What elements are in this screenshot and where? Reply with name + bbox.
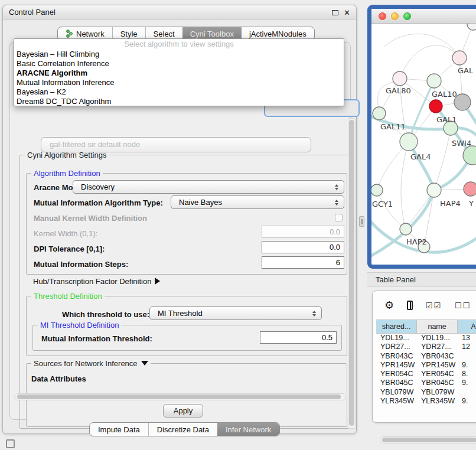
spinner-arrows-icon	[335, 200, 338, 206]
float-panel-icon[interactable]	[332, 10, 338, 15]
settings-horizontal-scrollbar[interactable]	[14, 393, 346, 400]
mi-type-label: Mutual Information Algorithm Type:	[34, 198, 163, 207]
table-row[interactable]: YPR145WYPR145W9.	[376, 361, 476, 370]
node-hap4[interactable]	[427, 183, 441, 197]
zoom-window-icon[interactable]	[403, 12, 411, 20]
data-table-combo[interactable]: gal-filtered sir default node	[41, 137, 311, 152]
columns-icon[interactable]	[407, 301, 413, 310]
node-gal1[interactable]	[429, 100, 442, 113]
node-label: GAL	[458, 66, 474, 75]
table-row[interactable]: YLR345WYLR345W9.	[376, 397, 476, 406]
mi-algorithm-type-combo[interactable]: Naive Bayes	[171, 195, 344, 209]
expand-icon	[155, 278, 160, 285]
close-window-icon[interactable]	[379, 12, 386, 20]
node-gcy1[interactable]	[371, 184, 383, 196]
spinner-arrows-icon	[312, 311, 316, 317]
table-row[interactable]: YDR27...YDR27...12	[376, 343, 476, 351]
mi-steps-input[interactable]	[262, 256, 344, 269]
network-window-titlebar	[371, 9, 476, 24]
panel-splitter[interactable]	[359, 216, 364, 227]
cyni-algorithm-settings-group: Cyni Algorithm Settings Algorithm Defini…	[19, 155, 354, 429]
table-row[interactable]: YBR045CYBR045C9.	[376, 379, 476, 387]
algorithm-option[interactable]: Bayesian – Hill Climbing	[14, 50, 344, 59]
column-header[interactable]: A	[458, 320, 476, 333]
node-label: GAL1	[436, 115, 457, 124]
group-title: MI Threshold Definition	[38, 321, 121, 330]
kernel-width-label: Kernel Width (0,1):	[34, 229, 97, 238]
table-panel-titlebar: Table Panel	[367, 272, 476, 287]
mi-steps-label: Mutual Information Steps:	[34, 260, 128, 269]
tab-infer-network[interactable]: Infer Network	[217, 423, 279, 436]
close-panel-icon[interactable]: ✕	[344, 9, 350, 17]
node-label: GAL80	[386, 86, 411, 95]
select-all-checks-icon[interactable]: ☑☑	[426, 301, 442, 310]
node-label: GCY1	[372, 200, 393, 208]
node-table: shared... name A YDL19...YDL19...13 YDR2…	[376, 319, 476, 406]
table-panel-window: ⚙ ☑☑ ☐☐ shared... name A YDL19...YDL19..…	[372, 291, 476, 423]
table-toolbar: ⚙ ☑☑ ☐☐	[373, 291, 476, 319]
table-row[interactable]: YBR043CYBR043C	[376, 352, 476, 361]
network-canvas[interactable]: GAL GAL80 GAL10 GAL1 GAL11 SWI4 GAL4 GCY…	[371, 24, 476, 265]
kernel-width-input[interactable]	[262, 226, 344, 238]
control-panel-window: Control Panel ✕ Network Style Select Cyn…	[2, 5, 357, 434]
column-header[interactable]: name	[417, 320, 458, 333]
algorithm-option[interactable]: Basic Correlation Inference	[14, 59, 344, 69]
table-header: shared... name A	[376, 319, 476, 334]
hub-definition-toggle[interactable]: Hub/Transcription Factor Definition	[33, 277, 160, 286]
mi-threshold-label: Mutual Information Threshold:	[41, 334, 152, 343]
spinner-arrows-icon	[335, 184, 338, 190]
which-threshold-combo[interactable]: MI Threshold	[149, 306, 322, 320]
algorithm-dropdown-popup: Select algorithm to view settings Bayesi…	[14, 38, 344, 106]
data-attributes-label: Data Attributes	[31, 374, 86, 383]
cyni-bottom-tabs: Impute Data Discretize Data Infer Networ…	[89, 422, 280, 436]
node[interactable]	[464, 182, 476, 196]
apply-button[interactable]: Apply	[163, 404, 203, 418]
tab-discretize-data[interactable]: Discretize Data	[148, 423, 217, 436]
dropdown-placeholder: Select algorithm to view settings	[14, 39, 344, 50]
table-horizontal-scrollbar[interactable]	[380, 436, 476, 444]
node-gal11[interactable]	[373, 107, 386, 120]
network-view-window: GAL GAL80 GAL10 GAL1 GAL11 SWI4 GAL4 GCY…	[367, 5, 476, 269]
column-header[interactable]: shared...	[376, 320, 417, 333]
tab-impute-data[interactable]: Impute Data	[90, 423, 148, 436]
threshold-definition-group: Threshold Definition Which threshold to …	[26, 296, 347, 356]
node-gal10[interactable]	[427, 74, 441, 88]
panel-title: Control Panel	[9, 8, 56, 17]
algorithm-option[interactable]: Dream8 DC_TDC Algorithm	[14, 97, 344, 106]
node-label: GAL10	[432, 90, 457, 99]
algorithm-option[interactable]: Mutual Information Inference	[14, 78, 344, 87]
minimize-window-icon[interactable]	[391, 12, 399, 20]
mi-threshold-definition-group: MI Threshold Definition Mutual Informati…	[32, 325, 342, 351]
algorithm-definition-group: Algorithm Definition Aracne Mode: Discov…	[26, 173, 347, 275]
gear-icon[interactable]: ⚙	[384, 300, 394, 311]
table-row[interactable]: YIL052CYIL052C9	[376, 406, 476, 406]
corner-grip[interactable]	[6, 439, 15, 448]
network-icon	[66, 30, 73, 38]
manual-kernel-checkbox[interactable]	[335, 214, 343, 221]
algorithm-option-selected[interactable]: ARACNE Algorithm	[14, 69, 344, 78]
settings-vertical-scrollbar[interactable]	[348, 118, 356, 429]
collapse-icon	[141, 361, 148, 366]
node-label: HAP4	[440, 199, 461, 208]
node-label: GAL11	[380, 122, 406, 131]
node-hap2[interactable]	[400, 223, 412, 235]
dpi-tolerance-input[interactable]	[262, 241, 344, 253]
aracne-mode-combo[interactable]: Discovery	[73, 180, 344, 194]
node[interactable]	[467, 24, 476, 30]
table-row[interactable]: YDL19...YDL19...13	[376, 334, 476, 343]
group-title: Threshold Definition	[31, 292, 105, 301]
control-panel-titlebar: Control Panel ✕	[3, 5, 356, 19]
node-label: Y	[468, 199, 474, 208]
node-gal4[interactable]	[400, 133, 418, 151]
table-row[interactable]: YER054CYER054C8.	[376, 370, 476, 379]
dpi-tolerance-label: DPI Tolerance [0,1]:	[34, 244, 105, 253]
table-row[interactable]: YBL079WYBL079W	[376, 388, 476, 397]
deselect-all-checks-icon[interactable]: ☐☐	[455, 301, 471, 310]
node[interactable]	[452, 51, 467, 65]
node-gal80[interactable]	[393, 71, 407, 86]
node-label: SWI4	[452, 139, 471, 148]
mi-threshold-input[interactable]	[260, 331, 337, 344]
algorithm-option[interactable]: Bayesian – K2	[14, 87, 344, 97]
sources-collapse-toggle[interactable]: Sources for Network Inference	[31, 359, 151, 368]
node-label: GAL4	[410, 152, 431, 161]
